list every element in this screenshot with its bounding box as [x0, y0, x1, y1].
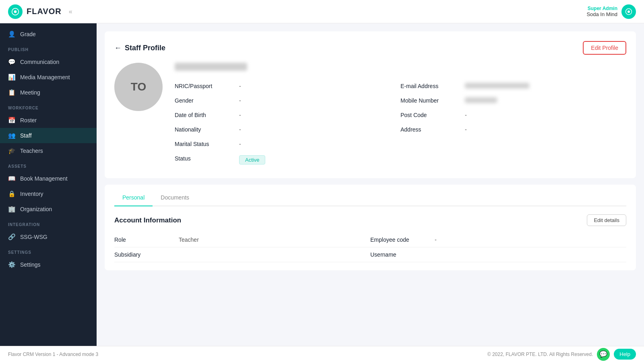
edit-profile-button[interactable]: Edit Profile — [583, 41, 626, 55]
sidebar-item-grade[interactable]: 👤 Grade — [0, 27, 97, 42]
profile-card-header: ← Staff Profile Edit Profile — [114, 41, 626, 55]
footer-version: Flavor CRM Version 1 - Advanced mode 3 — [8, 352, 98, 357]
account-field-subsidiary: Subsidiary — [114, 247, 370, 262]
nationality-label: Nationality — [175, 126, 239, 133]
sidebar-section-workforce: WORKFORCE — [0, 100, 97, 113]
gender-value: - — [239, 97, 241, 104]
roster-icon: 📅 — [8, 117, 15, 124]
tab-personal-content: Account Information Edit details Role Te… — [114, 206, 626, 270]
profile-name-blurred — [175, 63, 247, 71]
fields-right: E-mail Address Mobile Number Post Code - — [400, 79, 626, 169]
fields-left: NRIC/Passport - Gender - Date of Birth - — [175, 79, 400, 169]
sidebar-item-organization[interactable]: 🏢 Organization — [0, 202, 97, 217]
nationality-value: - — [239, 126, 241, 133]
field-email: E-mail Address — [400, 79, 626, 93]
field-marital-status: Marital Status - — [175, 137, 400, 151]
role-label: Role — [114, 237, 179, 243]
sidebar-item-book-management[interactable]: 📖 Book Management — [0, 171, 97, 186]
account-field-employee-code: Employee code - — [370, 232, 626, 247]
field-dob: Date of Birth - — [175, 108, 400, 122]
employee-code-value: - — [435, 237, 437, 243]
sidebar-item-settings[interactable]: ⚙️ Settings — [0, 257, 97, 272]
edit-details-button[interactable]: Edit details — [587, 214, 626, 226]
sidebar-item-media-management[interactable]: 📊 Media Management — [0, 70, 97, 85]
status-badge: Active — [239, 155, 265, 165]
address-value: - — [465, 126, 467, 133]
postcode-value: - — [465, 112, 467, 118]
tabs-card: Personal Documents Account Information E… — [105, 185, 636, 270]
content-area: ← Staff Profile Edit Profile TO — [97, 23, 644, 346]
communication-icon: 💬 — [8, 58, 15, 66]
field-nric: NRIC/Passport - — [175, 79, 400, 93]
field-address: Address - — [400, 122, 626, 137]
account-field-username: Username — [370, 247, 626, 262]
status-label: Status — [175, 155, 239, 162]
user-area: Super Admin Soda In Mind — [586, 4, 636, 19]
whatsapp-icon: 💬 — [599, 350, 607, 358]
email-label: E-mail Address — [400, 83, 465, 89]
nric-label: NRIC/Passport — [175, 83, 239, 89]
nric-value: - — [239, 83, 241, 89]
mobile-label: Mobile Number — [400, 97, 465, 104]
field-postcode: Post Code - — [400, 108, 626, 122]
sidebar-item-communication[interactable]: 💬 Communication — [0, 54, 97, 70]
subsidiary-label: Subsidiary — [114, 251, 179, 258]
sidebar-item-inventory[interactable]: 🔒 Inventory — [0, 186, 97, 202]
page-title: Staff Profile — [125, 44, 165, 52]
account-info-section-header: Account Information Edit details — [114, 214, 626, 226]
sidebar-item-teachers[interactable]: 🎓 Teachers — [0, 143, 97, 158]
book-icon: 📖 — [8, 175, 15, 182]
logo-text: FLAVOR — [27, 7, 62, 16]
organization-icon: 🏢 — [8, 206, 15, 213]
marital-status-value: - — [239, 141, 241, 147]
avatar-circle: TO — [114, 63, 163, 111]
help-button[interactable]: Help — [614, 349, 636, 360]
email-value — [465, 83, 529, 88]
ssg-wsg-icon: 🔗 — [8, 233, 15, 241]
inventory-icon: 🔒 — [8, 190, 15, 197]
field-gender: Gender - — [175, 93, 400, 108]
avatar — [621, 4, 636, 19]
media-icon: 📊 — [8, 74, 15, 81]
sidebar-item-staff[interactable]: 👥 Staff — [0, 128, 97, 143]
footer-copyright: © 2022, FLAVOR PTE. LTD. All Rights Rese… — [487, 352, 593, 357]
field-status: Status Active — [175, 151, 400, 169]
main-layout: 👤 Grade PUBLISH 💬 Communication 📊 Media … — [0, 23, 644, 346]
field-mobile: Mobile Number — [400, 93, 626, 108]
tab-documents[interactable]: Documents — [153, 189, 197, 206]
footer-right: © 2022, FLAVOR PTE. LTD. All Rights Rese… — [487, 348, 636, 361]
tab-personal[interactable]: Personal — [114, 189, 153, 206]
teachers-icon: 🎓 — [8, 147, 15, 154]
sidebar-item-roster[interactable]: 📅 Roster — [0, 113, 97, 128]
account-info-title: Account Information — [114, 216, 181, 224]
svg-point-3 — [627, 10, 630, 13]
grade-icon: 👤 — [8, 31, 15, 38]
logo-area: FLAVOR « — [8, 4, 72, 19]
back-button[interactable]: ← Staff Profile — [114, 44, 165, 52]
sidebar-section-settings: SETTINGS — [0, 245, 97, 257]
top-header: FLAVOR « Super Admin Soda In Mind — [0, 0, 644, 23]
sidebar-section-publish: PUBLISH — [0, 42, 97, 54]
back-arrow-icon: ← — [114, 44, 122, 52]
field-nationality: Nationality - — [175, 122, 400, 137]
user-info: Super Admin Soda In Mind — [586, 6, 617, 17]
mobile-value — [465, 97, 497, 103]
sidebar-section-assets: ASSETS — [0, 158, 97, 171]
postcode-label: Post Code — [400, 112, 465, 118]
sidebar-item-ssg-wsg[interactable]: 🔗 SSG-WSG — [0, 229, 97, 245]
sidebar-section-integration: INTEGRATION — [0, 217, 97, 229]
whatsapp-button[interactable]: 💬 — [597, 348, 610, 361]
user-role: Super Admin — [586, 6, 617, 11]
account-info-grid: Role Teacher Employee code - Subsidiary — [114, 232, 626, 262]
fields-grid: NRIC/Passport - Gender - Date of Birth - — [175, 79, 626, 169]
role-value: Teacher — [179, 237, 199, 243]
footer: Flavor CRM Version 1 - Advanced mode 3 ©… — [0, 346, 644, 362]
dob-label: Date of Birth — [175, 112, 239, 118]
employee-code-label: Employee code — [370, 237, 435, 243]
dob-value: - — [239, 112, 241, 118]
sidebar-item-meeting[interactable]: 📋 Meeting — [0, 85, 97, 100]
logo-icon — [8, 4, 23, 19]
profile-card: ← Staff Profile Edit Profile TO — [105, 31, 636, 178]
avatar-initials: TO — [131, 80, 146, 93]
collapse-sidebar-icon[interactable]: « — [69, 8, 72, 15]
